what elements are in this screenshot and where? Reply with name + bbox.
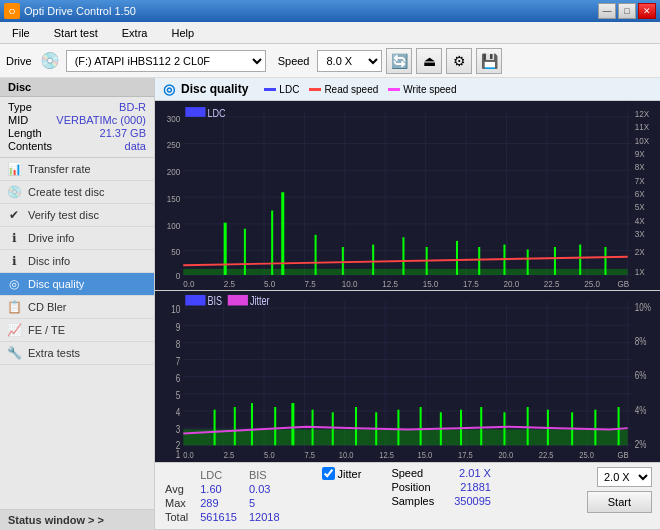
sidebar-item-label: Verify test disc [28,209,99,221]
svg-text:6: 6 [176,371,180,383]
svg-rect-21 [183,269,627,275]
svg-rect-98 [274,407,276,445]
sidebar-item-disc-info[interactable]: ℹ Disc info [0,250,154,273]
read-speed-label: Read speed [324,84,378,95]
svg-text:11X: 11X [635,121,649,132]
svg-text:5.0: 5.0 [264,449,275,460]
svg-rect-35 [554,247,556,275]
contents-value: data [125,140,146,152]
svg-rect-105 [420,407,422,445]
sidebar-item-transfer-rate[interactable]: 📊 Transfer rate [0,158,154,181]
extra-tests-icon: 🔧 [6,345,22,361]
disc-section-title: Disc [0,78,154,97]
svg-text:12X: 12X [635,108,649,119]
sidebar-item-label: Disc quality [28,278,84,290]
svg-text:0.0: 0.0 [183,449,194,460]
eject-button[interactable]: ⏏ [416,48,442,74]
position-label: Position [391,481,430,493]
col-ldc: LDC [200,469,247,481]
ldc-chart-svg: 300 250 200 150 100 50 0 12X 11X 10X 9X … [155,101,660,290]
svg-text:7.5: 7.5 [304,449,315,460]
status-window-button[interactable]: Status window > > [0,509,154,530]
svg-rect-110 [527,407,529,445]
bis-chart: 10 9 8 7 6 5 4 3 2 1 10% 8% 6% 4% 2% [155,291,660,463]
svg-rect-102 [355,407,357,445]
sidebar-item-extra-tests[interactable]: 🔧 Extra tests [0,342,154,365]
svg-rect-23 [244,229,246,275]
menu-help[interactable]: Help [163,25,202,41]
titlebar-controls[interactable]: — □ ✕ [598,3,656,19]
svg-rect-26 [315,235,317,275]
sidebar: Disc Type BD-R MID VERBATIMc (000) Lengt… [0,78,155,530]
refresh-button[interactable]: 🔄 [386,48,412,74]
start-button[interactable]: Start [587,491,652,513]
sidebar-item-label: FE / TE [28,324,65,336]
save-button[interactable]: 💾 [476,48,502,74]
svg-text:3: 3 [176,423,180,435]
svg-text:3X: 3X [635,229,645,240]
svg-text:20.0: 20.0 [503,278,519,289]
svg-text:7.5: 7.5 [304,278,315,289]
speed-value: 2.01 X [459,467,491,479]
max-ldc: 289 [200,497,247,509]
speed-label: Speed [278,55,310,67]
disc-info-icon: ℹ [6,253,22,269]
close-button[interactable]: ✕ [638,3,656,19]
svg-text:10.0: 10.0 [342,278,358,289]
settings-button[interactable]: ⚙ [446,48,472,74]
main-layout: Disc Type BD-R MID VERBATIMc (000) Lengt… [0,78,660,530]
write-speed-color [388,88,400,91]
type-label: Type [8,101,32,113]
menu-starttest[interactable]: Start test [46,25,106,41]
col-bis: BIS [249,469,290,481]
jitter-checkbox-row[interactable]: Jitter [322,467,362,480]
sidebar-spacer [0,365,154,509]
sidebar-item-disc-quality[interactable]: ◎ Disc quality [0,273,154,296]
sidebar-item-fe-te[interactable]: 📈 FE / TE [0,319,154,342]
svg-rect-22 [224,223,227,275]
svg-rect-101 [332,412,334,445]
content-area: ◎ Disc quality LDC Read speed Write spee… [155,78,660,530]
sidebar-item-verify-test-disc[interactable]: ✔ Verify test disc [0,204,154,227]
sidebar-item-cd-bler[interactable]: 📋 CD Bler [0,296,154,319]
length-label: Length [8,127,42,139]
sidebar-item-label: Disc info [28,255,70,267]
sidebar-item-label: Create test disc [28,186,104,198]
cd-bler-icon: 📋 [6,299,22,315]
svg-rect-24 [271,210,273,274]
svg-rect-96 [234,407,236,445]
svg-rect-32 [478,247,480,275]
svg-rect-114 [618,407,620,445]
svg-text:6%: 6% [635,369,647,381]
disc-quality-icon: ◎ [163,81,175,97]
speed-select[interactable]: 8.0 X [317,50,382,72]
svg-text:8X: 8X [635,162,645,173]
test-speed-select[interactable]: 2.0 X [597,467,652,487]
charts-area: 300 250 200 150 100 50 0 12X 11X 10X 9X … [155,101,660,463]
sidebar-item-drive-info[interactable]: ℹ Drive info [0,227,154,250]
svg-rect-57 [185,107,205,117]
stats-empty [165,469,198,481]
svg-rect-31 [456,241,458,275]
svg-text:0.0: 0.0 [183,278,194,289]
sidebar-item-create-test-disc[interactable]: 💿 Create test disc [0,181,154,204]
stats-table: LDC BIS Avg 1.60 0.03 Max 289 5 Total 56… [163,467,292,525]
transfer-rate-icon: 📊 [6,161,22,177]
stats-area: LDC BIS Avg 1.60 0.03 Max 289 5 Total 56… [155,463,660,530]
menu-file[interactable]: File [4,25,38,41]
jitter-checkbox[interactable] [322,467,335,480]
svg-text:0: 0 [176,270,181,281]
maximize-button[interactable]: □ [618,3,636,19]
menu-extra[interactable]: Extra [114,25,156,41]
svg-text:1X: 1X [635,266,645,277]
minimize-button[interactable]: — [598,3,616,19]
svg-rect-97 [251,403,253,445]
position-value: 21881 [460,481,491,493]
svg-text:10.0: 10.0 [339,449,354,460]
drive-select[interactable]: (F:) ATAPI iHBS112 2 CL0F [66,50,266,72]
disc-quality-header: ◎ Disc quality LDC Read speed Write spee… [155,78,660,101]
avg-ldc: 1.60 [200,483,247,495]
svg-text:2.5: 2.5 [224,449,235,460]
samples-label: Samples [391,495,434,507]
svg-text:25.0: 25.0 [584,278,600,289]
